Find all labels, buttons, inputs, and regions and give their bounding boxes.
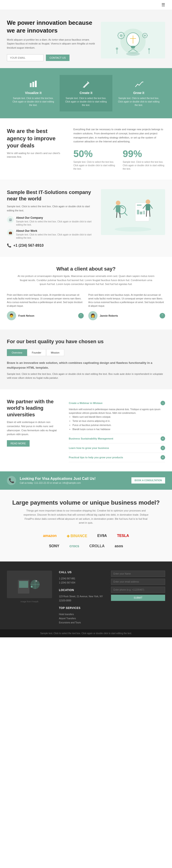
footer-services-title: TOP SERVICES [59,607,104,610]
accordion-title-3: Practical tips to help you grow your pro… [69,456,123,459]
stat-block-2: 99% Sample text. Click to select the tex… [123,148,165,170]
it-item-text-1: Sample text. Click to select the text bo… [16,233,94,240]
accordion-list-item-0-0: Matrix sunt sed blandit libero volutpat. [73,415,165,419]
it-item-title-0: About Our Company [16,216,94,219]
svg-rect-27 [116,205,120,212]
hamburger-icon[interactable]: ☰ [162,2,165,7]
read-more-button[interactable]: READ MORE [7,440,30,446]
svg-point-37 [146,199,150,204]
svg-line-25 [124,213,127,216]
consultation-button[interactable]: BOOK A CONSULTATION [132,477,165,484]
hero-content: We power innovation because we are innov… [7,19,101,61]
partners-right: Create a Webinar in Wistave − Interdum v… [69,399,165,462]
avatar-0: 👨 [7,311,16,320]
tab-overview[interactable]: Overview [7,349,27,356]
svg-point-23 [115,227,151,231]
it-item-content-1: About Our Work Sample text. Click to sel… [16,229,94,240]
cta-banner-section: 📞 Looking For Visa Applications Just Cal… [0,471,172,490]
agency-left: We are the best agency to improve your d… [7,127,66,159]
svg-rect-38 [146,204,150,211]
work-icon: 💼 [7,229,14,236]
svg-point-16 [148,48,150,50]
feature-item-2: Grow it Sample text. Click to select the… [112,75,165,112]
agency-right: Everything that can be necessary to crea… [74,127,165,170]
footer-name-input[interactable] [111,571,165,577]
accordion-title-0: Create a Webinar in Wistave [69,402,103,404]
svg-line-40 [150,205,152,209]
cta-subtitle: Call us today: 111-222-22-33 or email us… [20,482,128,484]
agency-subtitle: We're still waiting for our client's and… [7,151,66,159]
footer-call-title: CALL US [59,571,104,574]
it-item-content-0: About Our Company Sample text. Click to … [16,216,94,226]
footer: Image from Freepik CALL US 1 (234) 567-8… [0,561,172,629]
testimonial-card-0: Proin sed libero enim sed faucibus turpi… [7,293,84,320]
accordion-header-2[interactable]: Learn how to grow your business + [69,443,165,453]
accordion-header-3[interactable]: Practical tips to help you grow your pro… [69,453,165,462]
brand-tesla: TESLA [114,532,132,540]
it-item-0: 🏢 About Our Company Sample text. Click t… [7,216,94,226]
feature-item-0: Visualize it Sample text. Click to selec… [7,75,60,112]
footer-col-illustration: Image from Freepik [7,571,52,625]
feature-text-0: Sample text. Click to select the text bo… [11,96,55,107]
why-us-section: For our best quality you have chosen us … [0,330,172,389]
tab-founder[interactable]: Founder [27,349,46,356]
stats-container: 50% Sample text. Click to select the tex… [74,148,165,170]
brand-logos-row2: SONY crocs CROLLA asos [7,542,165,550]
contact-button[interactable]: CONTACT US [46,55,69,61]
accordion-title-1: Business Sustainability Management [69,437,113,440]
testimonial-author-1: 👩 Jannie Roberts " [88,311,165,320]
svg-rect-36 [143,211,145,214]
avatar-1: 👩 [88,311,97,320]
features-section: Visualize it Sample text. Click to selec… [0,68,172,118]
it-item-title-1: About Our Work [16,229,94,232]
author-name-1: Jannie Roberts [100,314,118,317]
partners-text: Etiam id velit scelerisque in dictum non… [7,420,62,436]
brand-binance: ◈ BINANCE [64,532,90,540]
it-item-text-0: Sample text. Click to select the text bo… [16,220,94,226]
brand-sony: SONY [46,542,62,550]
accordion-title-2: Learn how to grow your business [69,446,109,450]
svg-point-7 [120,34,122,37]
accordion-expand-icon-1[interactable]: + [161,436,165,441]
accordion-expand-icon-0[interactable]: − [161,401,165,405]
agency-section: We are the best agency to improve your d… [0,118,172,180]
footer-phone-input[interactable] [111,587,165,593]
svg-rect-33 [137,208,144,208]
testimonial-cards: Proin sed libero enim sed faucibus turpi… [7,293,165,320]
accordion-item-3: Practical tips to help you grow your pro… [69,453,165,462]
payment-text: Things get more important ideas to our i… [23,509,149,525]
navbar: ☰ [0,0,172,10]
grow-icon [134,80,143,89]
feature-title-0: Visualize it [11,91,55,95]
svg-point-51 [35,580,37,582]
tab-mission[interactable]: Mission [46,349,64,356]
testimonial-text-1: Proin sed libero enim sed faucibus turpi… [88,293,165,308]
svg-point-14 [116,48,118,50]
accordion-header-0[interactable]: Create a Webinar in Wistave − [69,399,165,408]
testimonial-text-0: Proin sed libero enim sed faucibus turpi… [7,293,84,308]
svg-point-50 [31,586,33,588]
visualize-icon [29,80,38,89]
footer-email-input[interactable] [111,579,165,585]
tab-content: Brave is an innovative web solution, whi… [7,361,165,380]
cta-text-container: Looking For Visa Applications Just Call … [20,477,128,484]
payment-title: Large payments volume or unique business… [7,499,165,507]
accordion-expand-icon-2[interactable]: + [161,446,165,450]
email-input[interactable] [7,54,44,61]
feature-title-2: Grow it [117,91,161,95]
footer-submit-button[interactable]: SUBMIT [111,595,165,601]
hero-svg [108,24,158,56]
hero-section: We power innovation because we are innov… [0,10,172,68]
accordion-list-0: Matrix sunt sed blandit libero volutpat.… [69,415,165,432]
svg-rect-3 [131,47,135,49]
accordion-expand-icon-3[interactable]: + [161,455,165,460]
brand-logos-container: amazon ◈ BINANCE EV9A TESLA [7,532,165,540]
partners-title: We partner with the world's leading univ… [7,399,62,418]
testimonials-intro: At nisi pretium ut ornaresapien dignissi… [17,274,155,286]
accordion-header-1[interactable]: Business Sustainability Management + [69,434,165,443]
footer-service-1: Airport Transfers [59,617,104,621]
why-us-title: For our best quality you have chosen us [7,339,165,345]
accordion-list-item-0-3: Purus ut faucibus pulvinar elementum. [73,423,165,427]
svg-line-29 [120,206,124,209]
footer-col-contact: CALL US 1 (234) 567-881 1 (234) 567-654 … [59,571,104,625]
